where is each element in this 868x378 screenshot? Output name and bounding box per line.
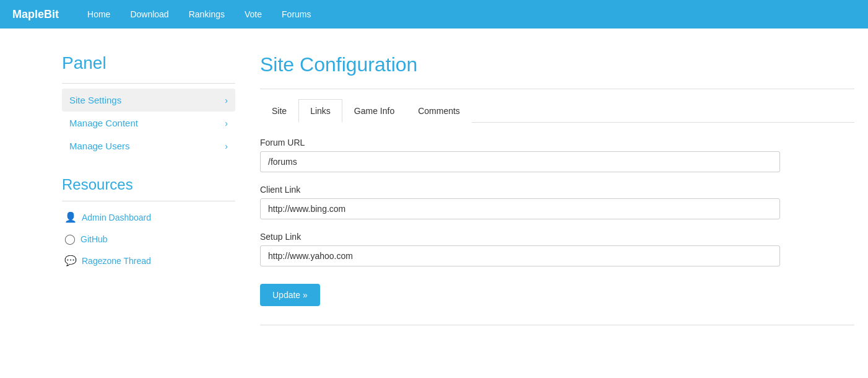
sidebar-resource-admin-dashboard[interactable]: 👤 Admin Dashboard — [62, 206, 235, 228]
resources-divider — [62, 201, 235, 201]
nav-link-forums[interactable]: Forums — [272, 1, 321, 28]
sidebar-item-label: Manage Users — [69, 141, 130, 151]
setup-link-input[interactable] — [260, 245, 780, 266]
footer: Proudly powered by MapleBit | greenelf(x… — [0, 372, 868, 378]
nav-link-rankings[interactable]: Rankings — [179, 1, 235, 28]
sidebar-item-site-settings[interactable]: Site Settings › — [62, 89, 235, 112]
setup-link-label: Setup Link — [260, 232, 854, 242]
navbar: MapleBit Home Download Rankings Vote For… — [0, 0, 868, 29]
content-area: Site Configuration Site Links Game Info … — [260, 53, 854, 335]
sidebar-divider — [62, 83, 235, 84]
nav-item-forums[interactable]: Forums — [272, 1, 321, 28]
update-button[interactable]: Update » — [260, 284, 320, 306]
tab-links[interactable]: Links — [298, 99, 342, 123]
navbar-brand[interactable]: MapleBit — [12, 8, 59, 21]
nav-item-download[interactable]: Download — [120, 1, 178, 28]
admin-dashboard-icon: 👤 — [64, 211, 77, 223]
sidebar-item-label: Site Settings — [69, 95, 121, 105]
nav-link-home[interactable]: Home — [77, 1, 120, 28]
sidebar-item-label: Manage Content — [69, 118, 138, 128]
main-container: Panel Site Settings › Manage Content › M… — [0, 29, 867, 348]
client-link-group: Client Link — [260, 185, 854, 219]
bottom-divider — [260, 325, 854, 325]
sidebar-resource-github[interactable]: ◯ GitHub — [62, 228, 235, 250]
chevron-icon: › — [225, 95, 228, 105]
content-divider — [260, 89, 854, 89]
chevron-icon: › — [225, 118, 228, 128]
sidebar-item-manage-content[interactable]: Manage Content › — [62, 112, 235, 134]
tab-comments[interactable]: Comments — [406, 99, 472, 123]
nav-item-vote[interactable]: Vote — [235, 1, 272, 28]
nav-item-home[interactable]: Home — [77, 1, 120, 28]
chat-icon: 💬 — [64, 255, 77, 266]
resource-label: Ragezone Thread — [82, 256, 151, 266]
nav-link-download[interactable]: Download — [120, 1, 178, 28]
tab-game-info[interactable]: Game Info — [342, 99, 406, 123]
forum-url-label: Forum URL — [260, 138, 854, 147]
forum-url-group: Forum URL — [260, 138, 854, 172]
resources-title: Resources — [62, 176, 235, 193]
client-link-input[interactable] — [260, 198, 780, 219]
setup-link-group: Setup Link — [260, 232, 854, 266]
client-link-label: Client Link — [260, 185, 854, 195]
resource-label: Admin Dashboard — [82, 213, 151, 222]
github-icon: ◯ — [64, 233, 76, 245]
forum-url-input[interactable] — [260, 151, 780, 172]
page-title: Site Configuration — [260, 53, 854, 76]
nav-item-rankings[interactable]: Rankings — [179, 1, 235, 28]
sidebar-resource-ragezone[interactable]: 💬 Ragezone Thread — [62, 250, 235, 271]
chevron-icon: › — [225, 141, 228, 151]
panel-title: Panel — [62, 53, 235, 73]
tab-site[interactable]: Site — [260, 99, 298, 123]
tabs: Site Links Game Info Comments — [260, 99, 854, 123]
sidebar: Panel Site Settings › Manage Content › M… — [62, 53, 235, 335]
nav-link-vote[interactable]: Vote — [235, 1, 272, 28]
resource-label: GitHub — [80, 234, 108, 244]
sidebar-item-manage-users[interactable]: Manage Users › — [62, 134, 235, 157]
navbar-nav: Home Download Rankings Vote Forums — [77, 1, 321, 28]
